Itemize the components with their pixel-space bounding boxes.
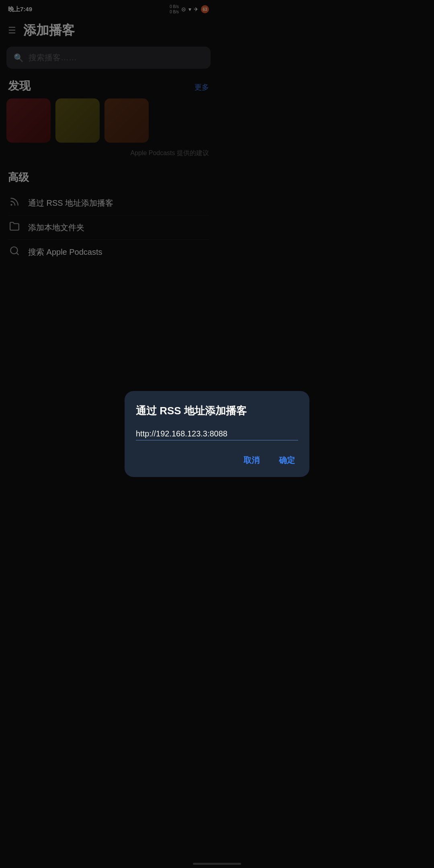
modal-overlay: 通过 RSS 地址添加播客 取消 确定 (0, 0, 217, 434)
modal-title: 通过 RSS 地址添加播客 (136, 404, 217, 418)
rss-add-modal: 通过 RSS 地址添加播客 取消 确定 (125, 391, 217, 434)
rss-url-input[interactable] (136, 429, 217, 434)
modal-input-container[interactable] (136, 429, 217, 434)
